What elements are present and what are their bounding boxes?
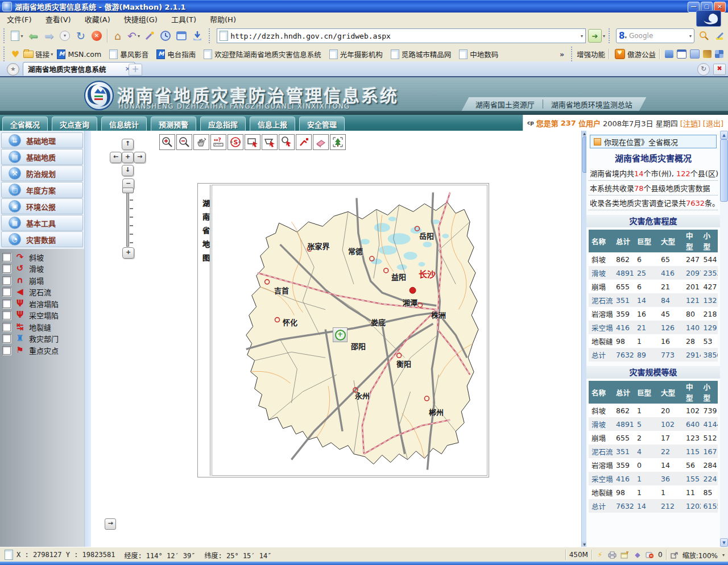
reopen-tab-icon[interactable]: ↻ [697,63,710,76]
link-item[interactable]: 电台指南 [156,49,196,60]
link-item[interactable]: 觅路城市精品网 [391,49,452,60]
links-grip[interactable] [3,47,7,61]
logout-link[interactable]: [注销] [680,118,701,128]
sidebar-group-bar[interactable]: ▢ 年度方案 [1,182,83,198]
zoom-dropdown-icon[interactable]: ▾ [722,552,725,558]
plugins-label[interactable]: 增强功能 [577,49,605,60]
zoom-slider-thumb[interactable] [122,188,134,193]
zoom-slider-track[interactable] [126,190,129,247]
search-box[interactable]: 8▾ Google ▾ [616,28,694,43]
layer-row[interactable]: ◀ 泥石流 [2,286,84,298]
layer-row[interactable]: ∩ 崩塌 [2,275,84,286]
menu-item[interactable]: 帮助(H) [203,13,243,26]
address-bar[interactable]: http://dzzh.hndh.gov.cn/gridweb.aspx ▾ [217,28,586,43]
page-scroll-thumb[interactable] [720,139,728,202]
new-page-button[interactable]: ▾ [10,28,24,44]
layer-row[interactable]: ↺ 滑坡 [2,263,84,275]
banner-link-geo-monitoring[interactable]: 湖南省地质环境监测总站 [551,99,632,110]
session-window-icon[interactable] [174,28,189,44]
zoom-level[interactable]: 缩放:100% [682,550,718,560]
nav-tab[interactable]: 信息上报 [250,117,295,132]
layer-checkbox[interactable] [2,323,11,331]
pan-down-button[interactable]: ↓ [122,165,134,176]
nav-tab[interactable]: 灾点查询 [52,117,97,132]
messenger-icon[interactable] [665,50,673,58]
sidebar-group-bar[interactable]: ▦ 基本工具 [1,215,83,231]
resize-icon[interactable] [670,551,679,559]
layer-row[interactable]: ♜ 救灾部门 [2,333,84,344]
new-tab-button[interactable]: ＋ [129,64,142,76]
notes-icon[interactable] [690,49,700,59]
favorites-heart-icon[interactable]: ♥ [11,49,19,60]
history-dropdown-button[interactable]: ▾ [57,28,72,44]
redline-draw-button[interactable] [296,134,312,150]
addressbar-grip[interactable] [209,28,212,43]
map-canvas[interactable]: 张家界 常德 岳阳 益阳 长沙 吉首 湘潭 [212,185,487,476]
printer-icon[interactable] [608,551,617,559]
highlight-icon[interactable] [713,28,727,44]
exit-link[interactable]: [退出] [703,118,723,128]
link-item[interactable]: 光年摄影机构 [329,49,383,60]
boost-icon[interactable]: ⚡ [595,551,605,559]
go-dropdown-icon[interactable]: ▾ [603,34,605,39]
close-tab-icon[interactable]: ✖ [713,64,726,75]
maxthon-charity-icon[interactable] [615,49,625,59]
measure-distance-button[interactable]: ↔? [210,134,226,150]
stop-button[interactable]: ✕ [89,28,104,44]
home-button[interactable]: ⌂ [110,28,125,44]
menu-item[interactable]: 快捷组(G) [117,13,164,26]
layer-checkbox[interactable] [2,288,11,296]
forward-button[interactable]: ➡ [42,28,56,44]
nav-tab[interactable]: 预测预警 [151,117,196,132]
google-icon[interactable]: 8▾ [619,31,627,41]
menu-item[interactable]: 文件(F) [0,13,39,26]
zoom-slider-plus-button[interactable]: + [122,247,134,259]
new-window-icon[interactable] [621,551,630,559]
select-polygon-button[interactable] [262,134,278,150]
nav-tab[interactable]: 应急指挥 [200,117,246,132]
layer-checkbox[interactable] [2,276,11,285]
menu-item[interactable]: 查看(V) [39,13,78,26]
zoom-out-button[interactable] [176,134,192,150]
search-dropdown-icon[interactable]: ▾ [689,34,692,39]
layer-checkbox[interactable] [2,311,11,319]
link-item[interactable]: MSN.com [57,49,101,59]
page-scroll-up[interactable]: ▲ [720,131,728,139]
page-scrollbar[interactable]: ▲ ▼ [720,131,728,547]
eraser-button[interactable] [313,134,329,150]
pan-right-button[interactable]: → [134,152,146,163]
history-clock-icon[interactable] [158,28,173,44]
layer-row[interactable]: Ψ 采空塌陷 [2,310,84,321]
download-button[interactable] [190,28,205,44]
layer-checkbox[interactable] [2,346,11,355]
map-hscroll-right-button[interactable]: → [105,518,116,530]
charity-label[interactable]: 傲游公益 [627,49,656,60]
layer-checkbox[interactable] [2,253,11,261]
layer-row[interactable]: ↷ 斜坡 [2,251,84,263]
window-tool-icon[interactable] [677,49,686,59]
pan-up-button[interactable]: ↑ [122,139,134,150]
toolbar-grip[interactable] [3,28,7,43]
url-dropdown-icon[interactable]: ▾ [581,34,583,39]
link-item[interactable]: 中地数码 [459,49,498,60]
link-item[interactable]: 欢迎登陆湖南省地质灾害信息系统 [204,49,321,60]
nav-tab[interactable]: 安全管理 [299,117,345,132]
grid-icon[interactable] [715,50,723,58]
layer-checkbox[interactable] [2,334,11,343]
layer-row[interactable]: ⚑ 重点灾点 [2,344,84,356]
links-label[interactable]: 链接 [35,49,49,60]
blocked-popup-icon[interactable] [646,551,655,559]
zoom-in-button[interactable] [159,134,175,150]
plugins-grip[interactable] [571,47,574,61]
banner-link-land-resources[interactable]: 湖南省国土资源厅 [475,99,535,110]
links-overflow-chevron[interactable]: » [560,50,564,59]
pan-hand-button[interactable] [193,134,209,150]
pan-center-button[interactable]: + [122,152,134,163]
sidebar-group-bar[interactable]: ▤ 基础地质 [1,149,83,165]
undo-button[interactable]: ↶▾ [126,28,141,44]
active-tab[interactable]: 湖南省地质灾害信息系统 ✕ [23,62,135,76]
full-extent-button[interactable] [330,134,346,150]
map-marker-tool[interactable]: + [333,327,348,342]
search-grip[interactable] [609,28,612,43]
layer-checkbox[interactable] [2,264,11,273]
